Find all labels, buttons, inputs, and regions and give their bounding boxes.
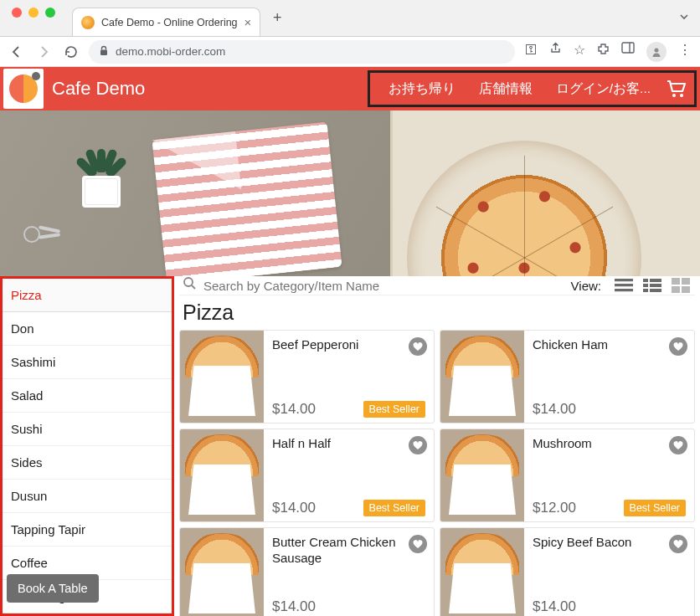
sidebar-item-sashimi[interactable]: Sashimi [3,346,172,379]
extensions-icon[interactable] [597,42,610,62]
sidebar-item-don[interactable]: Don [3,312,172,346]
hero-keys [20,223,74,248]
hero-plant [74,149,129,208]
window-maximize-button[interactable] [45,8,55,18]
view-label: View: [571,279,601,293]
product-price: $14.00 [533,401,576,418]
product-card[interactable]: Beef Pepperoni$14.00Best Seller [179,330,435,424]
product-thumb [180,528,264,616]
sidebar-item-sides[interactable]: Sides [3,446,172,480]
forward-button[interactable] [35,44,52,60]
svg-rect-20 [682,286,690,293]
window-controls [0,8,67,29]
svg-rect-18 [682,278,690,285]
product-card[interactable]: Half n Half$14.00Best Seller [179,429,435,522]
svg-rect-13 [643,284,648,287]
header-nav: お持ち帰り 店舗情報 ログイン/お客... [368,70,697,107]
product-price: $14.00 [533,598,576,615]
sidebar-item-salad[interactable]: Salad [3,379,172,413]
browser-tab[interactable]: Cafe Demo - Online Ordering × [72,8,260,36]
search-input[interactable] [203,279,564,293]
nav-login[interactable]: ログイン/お客... [544,80,662,98]
product-name: Chicken Ham [533,337,686,353]
favorite-icon[interactable] [669,436,687,454]
best-seller-badge: Best Seller [624,500,686,516]
key-icon[interactable]: ⚿ [525,42,538,62]
site-header: Cafe Demo お持ち帰り 店舗情報 ログイン/お客... [0,67,700,110]
back-button[interactable] [8,44,25,60]
bookmark-star-icon[interactable]: ☆ [574,42,585,62]
cart-icon[interactable] [662,79,691,99]
svg-rect-12 [650,279,661,282]
profile-avatar[interactable] [646,42,667,62]
search-icon [183,276,197,295]
svg-rect-14 [650,284,661,287]
site-title[interactable]: Cafe Demo [52,78,145,100]
tab-close-icon[interactable]: × [244,15,252,29]
sidebar-item-tapping-tapir[interactable]: Tapping Tapir [3,513,172,547]
favorite-icon[interactable] [409,535,427,553]
product-card[interactable]: Spicy Beef Bacon$14.00 [440,527,695,616]
reload-button[interactable] [62,44,79,60]
view-list-icon[interactable] [613,276,635,295]
share-icon[interactable] [549,42,562,62]
sidebar-item-dusun[interactable]: Dusun [3,480,172,513]
svg-rect-1 [622,43,634,53]
favorite-icon[interactable] [669,535,687,553]
hero-banner [0,110,700,276]
sidebar-item-sushi[interactable]: Sushi [3,413,172,446]
kebab-menu-icon[interactable]: ⋮ [678,42,692,62]
product-grid: Beef Pepperoni$14.00Best SellerChicken H… [179,330,695,616]
svg-point-6 [184,278,193,286]
product-name: Mushroom [533,436,686,452]
address-bar[interactable]: demo.mobi-order.com [89,40,515,64]
hero-napkin [152,122,342,276]
window-minimize-button[interactable] [28,8,39,18]
nav-takeaway[interactable]: お持ち帰り [377,80,467,98]
product-card[interactable]: Mushroom$12.00Best Seller [440,429,695,522]
view-grid-icon[interactable] [670,276,692,295]
product-price: $14.00 [272,598,316,615]
panel-icon[interactable] [621,42,635,62]
favorite-icon[interactable] [409,337,427,356]
svg-point-5 [680,94,683,97]
search-row: View: [179,276,695,295]
sidebar-item-pizza[interactable]: Pizza [3,279,172,312]
product-card[interactable]: Chicken Ham$14.00 [440,330,695,424]
product-thumb [440,528,524,616]
url-text: demo.mobi-order.com [116,45,225,58]
nav-store-info[interactable]: 店舗情報 [467,80,544,98]
product-thumb [440,429,524,521]
svg-point-3 [655,48,659,52]
svg-rect-9 [615,284,633,286]
favorite-icon[interactable] [409,436,427,454]
best-seller-badge: Best Seller [363,500,425,516]
product-name: Butter Cream Chicken Sausage [272,535,425,567]
best-seller-badge: Best Seller [363,401,425,418]
lock-icon [99,45,109,59]
toolbar-right: ⚿ ☆ ⋮ [525,42,692,62]
brand-logo[interactable] [3,69,44,109]
favorite-icon[interactable] [669,337,687,356]
browser-tab-strip: Cafe Demo - Online Ordering × + [0,0,700,37]
svg-rect-16 [650,289,661,292]
view-detail-icon[interactable] [641,276,663,295]
svg-rect-11 [643,279,648,282]
new-tab-button[interactable]: + [265,7,289,30]
product-name: Spicy Beef Bacon [533,535,686,551]
svg-rect-10 [615,289,633,291]
tab-title: Cafe Demo - Online Ordering [101,17,238,28]
chrome-expand-icon[interactable] [678,11,700,26]
svg-rect-8 [615,279,633,281]
product-card[interactable]: Butter Cream Chicken Sausage$14.00 [179,527,435,616]
section-title: Pizza [179,295,695,330]
product-name: Beef Pepperoni [272,337,425,353]
svg-rect-15 [643,289,648,292]
book-table-button[interactable]: Book A Table [7,574,99,603]
main-panel: View: Pizza Beef Pepperoni$14.00Best Sel… [174,276,700,616]
window-close-button[interactable] [12,8,22,18]
product-thumb [180,429,264,521]
svg-rect-19 [672,286,680,293]
category-sidebar: PizzaDonSashimiSaladSushiSidesDusunTappi… [0,276,174,616]
favicon [81,16,95,29]
